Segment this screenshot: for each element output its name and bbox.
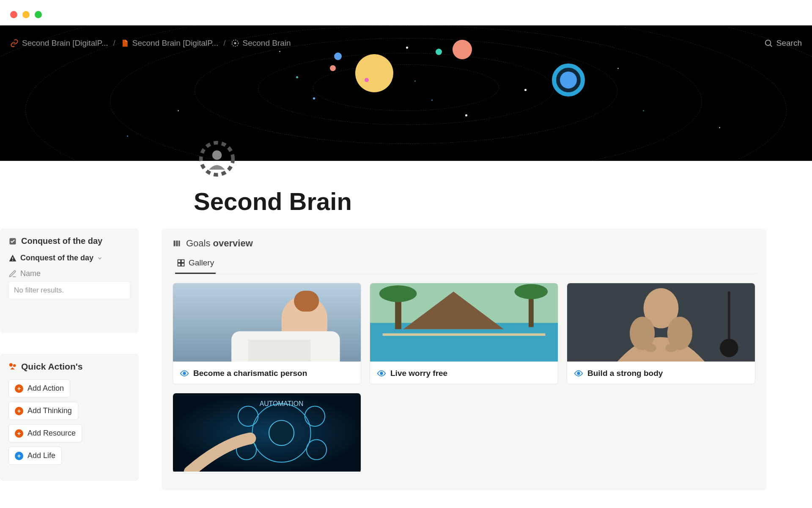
conquest-view-select[interactable]: Conquest of the day <box>8 254 130 262</box>
page-title: Second Brain <box>194 187 352 215</box>
link-icon <box>10 39 19 47</box>
conquest-column-header[interactable]: Name <box>8 269 130 278</box>
svg-rect-16 <box>181 263 184 266</box>
goal-card[interactable]: Live worry free <box>370 283 558 384</box>
goal-card[interactable]: Build a strong body <box>567 283 755 384</box>
goal-card-body: Become a charismatic person <box>173 363 361 384</box>
breadcrumb-label: Second Brain [DigitalP... <box>22 39 108 48</box>
quick-action-add-action[interactable]: +Add Action <box>8 379 70 398</box>
tab-label: Gallery <box>189 258 214 268</box>
quick-action-label: Add Life <box>27 451 55 460</box>
plus-circle-icon: + <box>15 452 23 460</box>
search-icon <box>764 39 773 48</box>
svg-rect-12 <box>178 240 180 246</box>
search-button[interactable]: Search <box>764 39 802 48</box>
svg-point-4 <box>212 150 222 160</box>
window-maximize-button[interactable] <box>35 11 42 18</box>
svg-rect-39 <box>728 292 730 346</box>
svg-point-40 <box>720 339 738 357</box>
checkbox-icon <box>8 237 17 246</box>
svg-point-38 <box>666 344 678 352</box>
conquest-card: Conquest of the day Conquest of the day … <box>0 229 139 333</box>
svg-point-32 <box>380 372 383 375</box>
goal-card-image <box>370 283 558 363</box>
quick-action-add-life[interactable]: +Add Life <box>8 447 62 465</box>
svg-point-8 <box>9 363 13 367</box>
column-name-label: Name <box>20 269 41 278</box>
quick-action-label: Add Thinking <box>27 406 72 415</box>
breadcrumb-item-3[interactable]: Second Brain <box>231 39 291 48</box>
eye-icon <box>574 369 583 378</box>
svg-rect-13 <box>178 260 181 263</box>
svg-rect-7 <box>12 260 13 261</box>
breadcrumb-label: Second Brain [DigitalP... <box>132 39 219 48</box>
svg-text:AUTOMATION: AUTOMATION <box>260 400 304 407</box>
goals-title-prefix: Goals <box>186 238 213 248</box>
svg-rect-14 <box>181 260 184 263</box>
goal-card-body: Build a strong body <box>567 363 755 384</box>
breadcrumb-item-1[interactable]: Second Brain [DigitalP... <box>10 39 108 48</box>
goals-heading: Goals overview <box>173 238 755 249</box>
goal-card-image <box>567 283 755 363</box>
quick-action-add-thinking[interactable]: +Add Thinking <box>8 402 78 420</box>
window-controls <box>10 11 42 18</box>
eye-icon <box>377 369 386 378</box>
quick-action-add-resource[interactable]: +Add Resource <box>8 424 82 442</box>
gallery-icon <box>177 259 185 267</box>
quick-action-label: Add Action <box>27 384 64 393</box>
window-close-button[interactable] <box>10 11 17 18</box>
svg-point-2 <box>765 40 771 46</box>
goal-card-label: Live worry free <box>390 369 447 378</box>
svg-point-9 <box>13 364 16 367</box>
svg-rect-10 <box>174 240 176 246</box>
dashed-person-icon <box>199 141 235 177</box>
chevron-down-icon <box>97 255 103 261</box>
page-icon <box>121 39 129 47</box>
breadcrumb: Second Brain [DigitalP... / Second Brain… <box>10 39 291 48</box>
svg-rect-6 <box>12 257 13 259</box>
edit-icon <box>8 270 17 278</box>
quick-actions-title: Quick Action's <box>21 362 82 372</box>
warning-icon <box>8 254 17 262</box>
search-label: Search <box>776 39 802 48</box>
quick-actions-icon <box>8 362 17 371</box>
top-bar: Second Brain [DigitalP... / Second Brain… <box>0 35 812 52</box>
target-icon <box>231 39 239 47</box>
goal-card-label: Build a strong body <box>587 369 663 378</box>
page-emoji-icon[interactable] <box>199 141 235 177</box>
goal-card-body: Live worry free <box>370 363 558 384</box>
goal-card-image: AUTOMATION <box>173 393 361 473</box>
goal-card[interactable]: Become a charismatic person <box>173 283 361 384</box>
svg-point-28 <box>379 285 417 302</box>
plus-circle-icon: + <box>15 429 23 438</box>
goal-card-label: Become a charismatic person <box>193 369 307 378</box>
eye-icon <box>180 369 189 378</box>
conquest-title: Conquest of the day <box>21 236 102 246</box>
svg-rect-20 <box>294 291 319 312</box>
svg-rect-15 <box>178 263 181 266</box>
goal-card-image <box>173 283 361 363</box>
svg-point-30 <box>514 284 548 299</box>
goals-overview-panel: Goals overview Gallery Become a charisma… <box>162 229 766 490</box>
plus-circle-icon: + <box>15 384 23 393</box>
goals-title-strong: overview <box>213 238 253 248</box>
svg-point-41 <box>577 372 580 375</box>
conquest-empty-state: No filter results. <box>8 282 130 299</box>
window-minimize-button[interactable] <box>22 11 30 18</box>
breadcrumb-separator: / <box>223 39 225 48</box>
tab-gallery[interactable]: Gallery <box>175 258 216 274</box>
quick-actions-card: Quick Action's +Add Action+Add Thinking+… <box>0 354 139 481</box>
board-icon <box>173 239 181 248</box>
breadcrumb-separator: / <box>113 39 115 48</box>
svg-rect-11 <box>176 240 178 246</box>
svg-point-44 <box>269 420 294 445</box>
breadcrumb-label: Second Brain <box>243 39 291 48</box>
svg-point-37 <box>645 344 657 352</box>
plus-circle-icon: + <box>15 407 23 415</box>
conquest-view-label: Conquest of the day <box>20 254 93 262</box>
svg-point-1 <box>234 42 236 44</box>
svg-point-23 <box>183 372 186 375</box>
breadcrumb-item-2[interactable]: Second Brain [DigitalP... <box>121 39 219 48</box>
goal-card[interactable]: AUTOMATION <box>173 393 361 473</box>
quick-action-label: Add Resource <box>27 429 76 438</box>
